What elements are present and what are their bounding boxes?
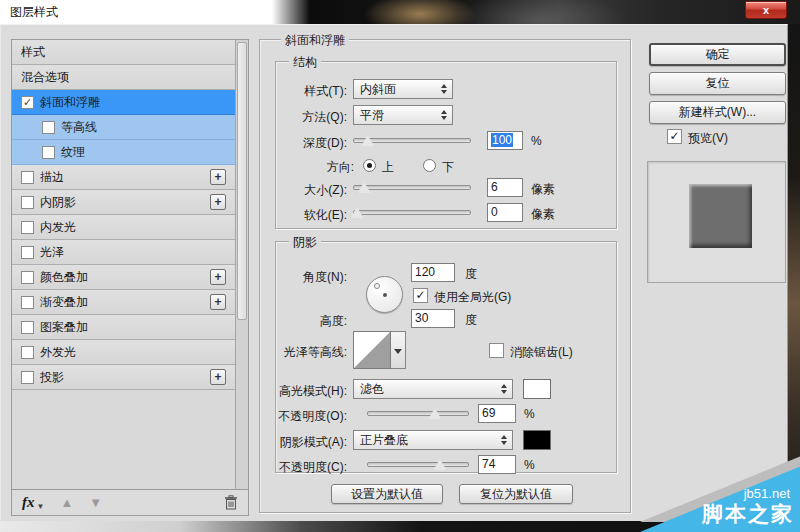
effect-label: 内发光 <box>40 219 76 236</box>
gloss-contour-dropdown-icon[interactable] <box>391 331 406 369</box>
soften-input[interactable]: 0 <box>487 203 523 222</box>
opacity-highlight-slider[interactable] <box>367 406 469 420</box>
effect-checkbox[interactable]: ✓ <box>21 96 34 109</box>
effect-checkbox[interactable] <box>21 346 34 359</box>
depth-slider[interactable] <box>353 133 471 147</box>
angle-value: 120 <box>415 265 435 279</box>
effects-list-item[interactable]: 颜色叠加+ <box>12 265 235 290</box>
shadow-mode-label: 阴影模式(A): <box>205 434 347 451</box>
move-effect-down-icon[interactable]: ▼ <box>89 495 102 510</box>
angle-input[interactable]: 120 <box>411 263 455 282</box>
opacity-shadow-slider[interactable] <box>367 457 469 471</box>
global-light-label: 使用全局光(G) <box>434 289 511 306</box>
watermark: jb51.net 脚本之家 <box>640 448 800 532</box>
effect-checkbox[interactable] <box>21 321 34 334</box>
effect-checkbox[interactable] <box>21 246 34 259</box>
new-style-button[interactable]: 新建样式(W)... <box>649 101 786 124</box>
size-unit: 像素 <box>531 181 555 198</box>
method-select[interactable]: 平滑 <box>353 105 453 125</box>
effect-checkbox[interactable] <box>21 171 34 184</box>
set-default-button[interactable]: 设置为默认值 <box>331 484 443 504</box>
opacity-highlight-value: 69 <box>482 406 495 420</box>
style-value: 内斜面 <box>360 81 396 98</box>
opacity-highlight-label: 不透明度(O): <box>205 408 347 425</box>
effects-list: 样式混合选项✓斜面和浮雕等高线纹理描边+内阴影+内发光光泽颜色叠加+渐变叠加+图… <box>12 40 235 390</box>
shadow-mode-select[interactable]: 正片叠底 <box>353 430 513 450</box>
effect-label: 投影 <box>40 369 64 386</box>
effect-label: 斜面和浮雕 <box>40 94 100 111</box>
direction-up-radio[interactable] <box>363 159 376 172</box>
angle-dial[interactable] <box>366 276 403 313</box>
size-slider[interactable] <box>353 180 471 194</box>
close-icon[interactable]: x <box>745 1 787 19</box>
direction-down-radio[interactable] <box>423 159 436 172</box>
soften-label: 软化(E): <box>205 207 347 224</box>
effects-list-item[interactable]: 样式 <box>12 40 235 65</box>
anti-alias-checkbox[interactable] <box>489 343 504 358</box>
effects-list-item[interactable]: 内发光 <box>12 215 235 240</box>
preview-label: 预览(V) <box>688 130 728 147</box>
layer-style-dialog: 样式混合选项✓斜面和浮雕等高线纹理描边+内阴影+内发光光泽颜色叠加+渐变叠加+图… <box>0 24 788 521</box>
gloss-contour-thumbnail[interactable] <box>353 331 391 369</box>
effect-label: 混合选项 <box>21 69 69 86</box>
effects-list-item[interactable]: 图案叠加 <box>12 315 235 340</box>
effect-label: 图案叠加 <box>40 319 88 336</box>
style-select[interactable]: 内斜面 <box>353 79 453 99</box>
effect-checkbox[interactable] <box>21 196 34 209</box>
size-input[interactable]: 6 <box>487 178 523 197</box>
reset-default-button[interactable]: 复位为默认值 <box>459 484 573 504</box>
fx-menu-caret-icon: ▼ <box>37 502 45 511</box>
ok-button[interactable]: 确定 <box>649 43 786 66</box>
opacity-highlight-input[interactable]: 69 <box>478 404 516 423</box>
effects-list-item[interactable]: ✓斜面和浮雕 <box>12 90 235 115</box>
effects-list-item[interactable]: 内阴影+ <box>12 190 235 215</box>
spinner-icon <box>441 110 447 120</box>
size-value: 6 <box>491 180 498 194</box>
angle-unit: 度 <box>465 266 477 283</box>
fx-menu-button[interactable]: fx <box>22 494 35 511</box>
effects-list-item[interactable]: 渐变叠加+ <box>12 290 235 315</box>
effect-label: 光泽 <box>40 244 64 261</box>
effect-checkbox[interactable] <box>42 121 55 134</box>
direction-down-label: 下 <box>442 159 454 176</box>
shadow-color-swatch[interactable] <box>523 430 551 450</box>
preview-checkbox[interactable]: ✓ <box>667 129 682 144</box>
style-preview-swatch <box>689 184 752 248</box>
altitude-input[interactable]: 30 <box>411 309 455 328</box>
depth-label: 深度(D): <box>205 135 347 152</box>
effect-checkbox[interactable] <box>42 146 55 159</box>
effects-list-item[interactable]: 外发光 <box>12 340 235 365</box>
highlight-color-swatch[interactable] <box>523 379 551 399</box>
move-effect-up-icon[interactable]: ▲ <box>60 495 73 510</box>
global-light-checkbox[interactable]: ✓ <box>413 288 428 303</box>
watermark-site: jb51.net <box>744 486 790 501</box>
add-effect-instance-icon[interactable]: + <box>210 294 226 310</box>
effects-list-item[interactable]: 投影+ <box>12 365 235 390</box>
direction-up-label: 上 <box>382 159 394 176</box>
opacity-shadow-input[interactable]: 74 <box>478 455 516 474</box>
reset-button[interactable]: 复位 <box>649 72 786 95</box>
soften-value: 0 <box>491 205 498 219</box>
effect-label: 样式 <box>21 44 45 61</box>
shadow-mode-value: 正片叠底 <box>360 432 408 449</box>
depth-value: 100 <box>491 133 513 147</box>
highlight-mode-select[interactable]: 滤色 <box>353 379 513 399</box>
method-value: 平滑 <box>360 107 384 124</box>
effects-list-item[interactable]: 等高线 <box>12 115 235 140</box>
effect-label: 内阴影 <box>40 194 76 211</box>
soften-unit: 像素 <box>531 206 555 223</box>
effect-checkbox[interactable] <box>21 271 34 284</box>
delete-effect-trash-icon[interactable] <box>224 495 238 510</box>
effects-list-item[interactable]: 描边+ <box>12 165 235 190</box>
soften-slider[interactable] <box>353 205 471 219</box>
effects-list-item[interactable]: 混合选项 <box>12 65 235 90</box>
direction-label: 方向: <box>212 159 354 176</box>
effect-checkbox[interactable] <box>21 221 34 234</box>
effect-checkbox[interactable] <box>21 296 34 309</box>
spinner-icon <box>441 84 447 94</box>
effects-list-item[interactable]: 光泽 <box>12 240 235 265</box>
depth-input[interactable]: 100 <box>487 131 523 150</box>
opacity-shadow-value: 74 <box>482 457 495 471</box>
effects-list-item[interactable]: 纹理 <box>12 140 235 165</box>
effect-checkbox[interactable] <box>21 371 34 384</box>
